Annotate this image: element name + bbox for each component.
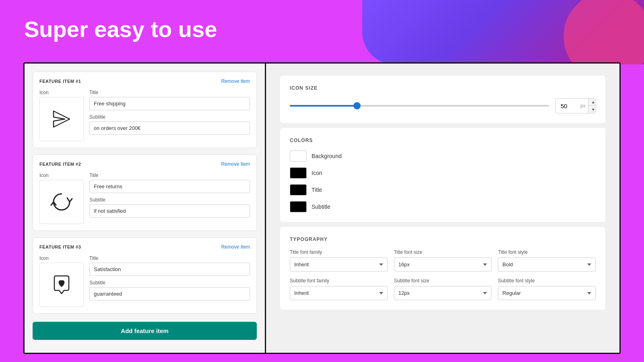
feature-item-2: FEATURE ITEM #2 Remove Item Icon [33,154,257,231]
feature-item-3-label: FEATURE ITEM #3 [39,245,81,249]
slider-thumb[interactable] [353,102,361,109]
subtitle-font-style-select[interactable]: Regular Bold Italic Bold Italic [498,286,596,300]
icon-size-section: ICON SIZE px ▲ ▼ [280,76,605,123]
background-color-swatch[interactable] [290,150,307,162]
subtitle-font-family-field: Subtitle font family Inherit Arial Robot… [290,278,388,300]
refresh-icon [50,190,74,214]
feature-item-2-label: FEATURE ITEM #2 [39,162,81,167]
title-typography-grid: Title font family Inherit Arial Roboto G… [290,249,596,272]
subtitle-font-style-label: Subtitle font style [498,278,596,284]
slider-container [290,102,549,110]
subtitle-input-3[interactable] [89,287,250,300]
icon-size-label: ICON SIZE [290,85,596,91]
subtitle-input-2[interactable] [89,204,250,218]
slider-track [290,105,549,107]
feature-item-2-header: FEATURE ITEM #2 Remove Item [39,161,250,167]
feature-item-2-body: Icon Title [39,173,250,224]
color-row-subtitle: Subtitle [290,201,596,212]
subtitle-label-3: Subtitle [89,280,250,286]
subtitle-input-1[interactable] [89,121,250,135]
subtitle-field-group-1: Subtitle [89,114,250,135]
title-font-style-select[interactable]: Regular Bold Italic Bold Italic [498,257,596,272]
title-font-family-field: Title font family Inherit Arial Roboto G… [290,249,388,272]
color-row-background: Background [290,150,596,162]
subtitle-field-group-3: Subtitle [89,280,250,300]
icon-label-2: Icon [39,173,84,178]
title-input-1[interactable] [89,97,250,110]
feature-item-1-label: FEATURE ITEM #1 [39,79,81,84]
color-row-icon: Icon [290,167,596,179]
remove-item-3-button[interactable]: Remove Item [221,244,250,250]
icon-box-3[interactable] [39,263,84,307]
subtitle-font-size-label: Subtitle font size [394,278,492,284]
icon-box-1[interactable] [39,97,84,141]
title-font-size-select[interactable]: 12px 14px 16px 18px 20px 24px [394,257,492,272]
icon-size-input[interactable] [556,99,578,113]
subtitle-font-family-label: Subtitle font family [290,278,388,284]
send-icon [50,107,74,131]
feature-item-3-header: FEATURE ITEM #3 Remove Item [39,244,250,250]
icon-label-1: Icon [39,90,84,95]
colors-label: COLORS [290,138,596,143]
title-font-family-select[interactable]: Inherit Arial Roboto Georgia [290,257,388,272]
feature-item-3: FEATURE ITEM #3 Remove Item Icon [33,237,257,314]
subtitle-typography-grid: Subtitle font family Inherit Arial Robot… [290,278,596,300]
title-field-group-2: Title [89,173,250,193]
title-label-3: Title [89,255,250,261]
title-label-2: Title [89,173,250,178]
title-field-group-1: Title [89,90,250,110]
icon-size-unit: px [578,103,588,109]
typography-label: TYPOGRAPHY [290,237,596,242]
subtitle-label-2: Subtitle [89,197,250,203]
subtitle-field-group-2: Subtitle [89,197,250,218]
title-label-1: Title [89,90,250,95]
feature-item-1-header: FEATURE ITEM #1 Remove Item [39,78,250,84]
title-font-style-field: Title font style Regular Bold Italic Bol… [498,249,596,272]
main-container: FEATURE ITEM #1 Remove Item Icon Title [23,62,621,354]
svg-marker-0 [54,111,70,127]
title-input-2[interactable] [89,180,250,193]
left-panel: FEATURE ITEM #1 Remove Item Icon Title [25,64,266,353]
header-blob2 [564,0,644,64]
subtitle-color-label: Subtitle [312,204,330,210]
title-font-family-label: Title font family [290,249,388,255]
subtitle-font-style-field: Subtitle font style Regular Bold Italic … [498,278,596,300]
right-panel: ICON SIZE px ▲ ▼ [266,64,619,353]
colors-section: COLORS Background Icon Title Subtitle [280,128,605,222]
spinner-buttons: ▲ ▼ [588,99,596,113]
fields-area-2: Title Subtitle [89,173,250,224]
icon-color-swatch[interactable] [290,167,307,179]
title-font-size-field: Title font size 12px 14px 16px 18px 20px… [394,249,492,272]
subtitle-font-size-select[interactable]: 10px 12px 14px 16px [394,286,492,300]
remove-item-1-button[interactable]: Remove Item [221,78,250,84]
icon-label-3: Icon [39,255,84,261]
slider-row: px ▲ ▼ [290,98,596,113]
title-color-swatch[interactable] [290,184,307,195]
typography-section: TYPOGRAPHY Title font family Inherit Ari… [280,227,605,310]
page-title: Super easy to use [24,16,217,42]
background-color-label: Background [312,153,342,159]
icon-box-2[interactable] [39,180,84,224]
title-input-3[interactable] [89,263,250,276]
title-font-style-label: Title font style [498,249,596,255]
add-feature-button[interactable]: Add feature item [33,322,257,340]
icon-color-label: Icon [312,170,322,176]
subtitle-font-family-select[interactable]: Inherit Arial Roboto Georgia [290,286,388,300]
title-field-group-3: Title [89,255,250,276]
slider-fill [290,105,357,107]
title-color-label: Title [312,187,322,193]
color-row-title: Title [290,184,596,195]
feature-item-3-body: Icon Title Subtitle [39,255,250,307]
spinner-up-button[interactable]: ▲ [588,99,596,106]
fields-area-3: Title Subtitle [89,255,250,307]
remove-item-2-button[interactable]: Remove Item [221,161,250,167]
title-font-size-label: Title font size [394,249,492,255]
icon-size-input-box: px ▲ ▼ [555,98,596,113]
subtitle-color-swatch[interactable] [290,201,307,212]
feature-item-1: FEATURE ITEM #1 Remove Item Icon Title [33,72,257,148]
spinner-down-button[interactable]: ▼ [588,106,596,113]
fields-area-1: Title Subtitle [89,90,250,141]
feature-item-1-body: Icon Title Subtitle [39,90,250,141]
subtitle-label-1: Subtitle [89,114,250,120]
subtitle-font-size-field: Subtitle font size 10px 12px 14px 16px [394,278,492,300]
